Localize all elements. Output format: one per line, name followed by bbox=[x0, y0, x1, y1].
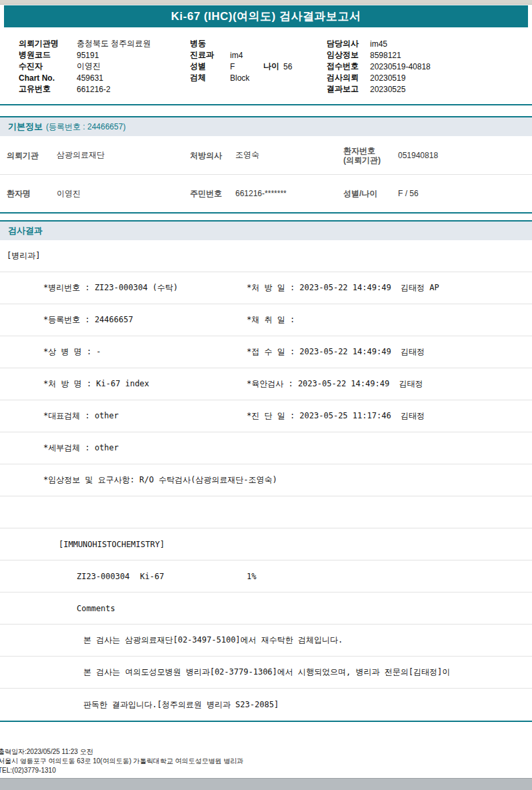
section-subtitle: (등록번호 : 24466657) bbox=[46, 121, 125, 133]
field-value: im45 bbox=[370, 39, 387, 49]
field-label: 고유번호 bbox=[19, 83, 77, 95]
cell-value: 661216-******* bbox=[235, 189, 287, 198]
section-results-header: 검사결과 bbox=[0, 220, 532, 240]
field-label: 임상정보 bbox=[327, 49, 370, 61]
field-row: 임상정보8598121 bbox=[327, 49, 532, 61]
result-row: *처 방 명 : Ki-67 index*육안검사 : 2023-05-22 1… bbox=[0, 368, 532, 400]
field-value: 이영진 bbox=[77, 61, 101, 72]
result-row-empty bbox=[0, 496, 532, 528]
result-text-left: *등록번호 : 24466657 bbox=[43, 314, 247, 326]
result-row: 본 검사는 삼광의료재단[02-3497-5100]에서 재수탁한 검체입니다. bbox=[0, 625, 532, 657]
cell-label: 처방의사 bbox=[190, 151, 235, 160]
field-label: 검사의뢰 bbox=[327, 72, 370, 83]
result-row: *대표검체 : other*진 단 일 : 2023-05-25 11:17:4… bbox=[0, 400, 532, 432]
table-cell: 환자번호 (의뢰기관)051940818 bbox=[343, 146, 532, 165]
cell-value: F / 56 bbox=[398, 189, 419, 198]
results-table: [병리과] *병리번호 : ZI23-000304 (수탁)*처 방 일 : 2… bbox=[0, 240, 532, 722]
result-text-left: *임상정보 및 요구사항: R/O 수탁검사(삼광의료재단-조영숙) bbox=[43, 474, 277, 486]
result-text-right: *처 방 일 : 2023-05-22 14:49:49 김태정 AP bbox=[247, 282, 532, 294]
result-row: *임상정보 및 요구사항: R/O 수탁검사(삼광의료재단-조영숙) bbox=[0, 464, 532, 496]
field-label: 수진자 bbox=[19, 61, 77, 72]
field-value: 20230519 bbox=[370, 73, 405, 83]
hospital-address: 서울시 영등포구 여의도동 63로 10(여의도동) 가톨릭대학교 여의도성모병… bbox=[0, 757, 532, 766]
field-value: 661216-2 bbox=[77, 85, 111, 94]
field-row: Chart No.459631 bbox=[19, 72, 190, 83]
field-row: 검사의뢰20230519 bbox=[327, 72, 532, 83]
field-value: im4 bbox=[230, 51, 243, 60]
result-text-left: *병리번호 : ZI23-000304 (수탁) bbox=[43, 282, 247, 294]
field-value: 459631 bbox=[77, 73, 103, 83]
result-text-left: [병리과] bbox=[7, 250, 210, 262]
field-value: F bbox=[230, 62, 263, 71]
table-cell: 의뢰기관삼광의료재단 bbox=[0, 149, 190, 161]
result-text-left: *상 병 명 : - bbox=[43, 346, 247, 358]
cell-label: 의뢰기관 bbox=[7, 151, 57, 160]
cell-value: 이영진 bbox=[57, 188, 81, 200]
field-label: Chart No. bbox=[19, 73, 77, 83]
result-text-right: *육안검사 : 2023-05-22 14:49:49 김태정 bbox=[247, 378, 532, 390]
field-row: 검체Block bbox=[190, 72, 327, 83]
result-text-left: *세부검체 : other bbox=[43, 442, 247, 454]
cell-label: 주민번호 bbox=[190, 189, 235, 198]
cell-label: 성별/나이 bbox=[343, 189, 398, 198]
cell-label: 환자명 bbox=[7, 189, 57, 198]
field-value: Block bbox=[230, 73, 249, 83]
table-row: 환자명이영진 주민번호661216-******* 성별/나이F / 56 bbox=[0, 174, 532, 212]
result-text-left: Comments bbox=[77, 604, 280, 613]
field-row: 의뢰기관명충청북도 청주의료원 bbox=[19, 38, 190, 49]
result-row: *세부검체 : other bbox=[0, 432, 532, 464]
field-label: 접수번호 bbox=[327, 61, 370, 72]
field-label: 진료과 bbox=[190, 49, 230, 61]
field-label: 병동 bbox=[190, 38, 230, 49]
field-value: 8598121 bbox=[370, 51, 401, 60]
patient-header-col1: 의뢰기관명충청북도 청주의료원 병원코드95191 수진자이영진 Chart N… bbox=[19, 38, 190, 95]
field-row: 성별F나이56 bbox=[190, 61, 327, 72]
field-value: 20230519-40818 bbox=[370, 62, 431, 71]
report-title-bar: Ki-67 (IHC)(여의도) 검사결과보고서 bbox=[4, 5, 528, 27]
result-text-right: *채 취 일 : bbox=[247, 314, 532, 326]
field-row: 접수번호20230519-40818 bbox=[327, 61, 532, 72]
patient-header: 의뢰기관명충청북도 청주의료원 병원코드95191 수진자이영진 Chart N… bbox=[0, 27, 532, 105]
field-value: 충청북도 청주의료원 bbox=[77, 38, 151, 49]
field-label: 담당의사 bbox=[327, 38, 370, 49]
section-basic-info-header: 기본정보 (등록번호 : 24466657) bbox=[0, 116, 532, 136]
cell-value: 051940818 bbox=[398, 151, 438, 160]
cell-value: 삼광의료재단 bbox=[57, 149, 105, 161]
table-cell: 처방의사조영숙 bbox=[190, 149, 343, 161]
result-row: [병리과] bbox=[0, 240, 532, 272]
result-row: *상 병 명 : -*접 수 일 : 2023-05-22 14:49:49 김… bbox=[0, 336, 532, 368]
report-footer: 출력일자:2023/05/25 11:23 오전 서울시 영등포구 여의도동 6… bbox=[0, 747, 532, 775]
basic-info-table: 의뢰기관삼광의료재단 처방의사조영숙 환자번호 (의뢰기관)051940818 … bbox=[0, 136, 532, 214]
table-cell: 주민번호661216-******* bbox=[190, 189, 343, 198]
cell-value: 조영숙 bbox=[235, 149, 259, 161]
comment-line: 본 검사는 여의도성모병원 병리과[02-3779-1306]에서 시행되었으며… bbox=[83, 667, 450, 678]
field-row: 담당의사im45 bbox=[327, 38, 532, 49]
hospital-phone: TEL:(02)3779-1310 bbox=[0, 766, 532, 775]
patient-header-col2: 병동 진료과im4 성별F나이56 검체Block bbox=[190, 38, 327, 95]
test-name: Ki-67 bbox=[140, 572, 247, 581]
field-label: 의뢰기관명 bbox=[19, 38, 77, 49]
section-title: 검사결과 bbox=[8, 225, 43, 237]
result-text-left: *처 방 명 : Ki-67 index bbox=[43, 378, 247, 390]
result-text-right: *진 단 일 : 2023-05-25 11:17:46 김태정 bbox=[247, 410, 532, 422]
field-label: 나이 bbox=[263, 61, 283, 72]
window-bottom-edge bbox=[0, 778, 532, 790]
table-cell: 환자명이영진 bbox=[0, 188, 190, 200]
field-row: 병원코드95191 bbox=[19, 49, 190, 61]
comment-line: 판독한 결과입니다.[청주의료원 병리과 S23-2085] bbox=[83, 699, 279, 711]
field-value: 56 bbox=[283, 62, 292, 71]
result-text-left: *대표검체 : other bbox=[43, 410, 247, 422]
specimen-number: ZI23-000304 bbox=[77, 572, 140, 581]
field-row: 결과보고20230525 bbox=[327, 83, 532, 95]
field-value: 95191 bbox=[77, 51, 99, 60]
field-label: 성별 bbox=[190, 61, 230, 72]
section-title: 기본정보 bbox=[8, 121, 43, 133]
field-label: 검체 bbox=[190, 72, 230, 83]
field-label: 병원코드 bbox=[19, 49, 77, 61]
report-title: Ki-67 (IHC)(여의도) 검사결과보고서 bbox=[171, 9, 361, 24]
result-row: *등록번호 : 24466657*채 취 일 : bbox=[0, 304, 532, 336]
cell-label: 환자번호 (의뢰기관) bbox=[343, 146, 398, 165]
result-row: 본 검사는 여의도성모병원 병리과[02-3779-1306]에서 시행되었으며… bbox=[0, 657, 532, 689]
field-label: 결과보고 bbox=[327, 83, 370, 95]
field-row: 고유번호661216-2 bbox=[19, 83, 190, 95]
